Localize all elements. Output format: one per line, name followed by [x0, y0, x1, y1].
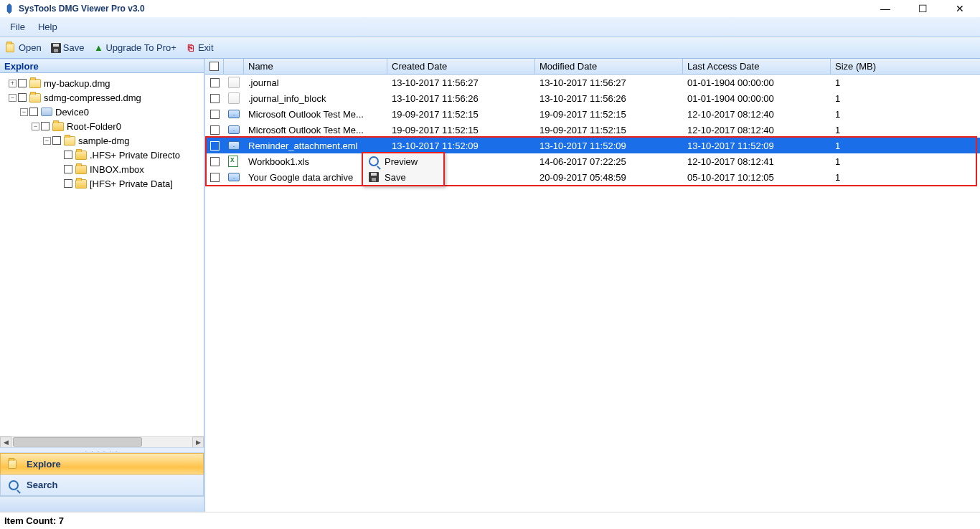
scroll-left-button[interactable]: ◀	[0, 437, 11, 447]
save-icon	[50, 42, 62, 54]
tree-checkbox[interactable]	[64, 165, 72, 173]
tab-search[interactable]: Search	[0, 475, 204, 496]
folder-icon	[64, 136, 75, 146]
row-checkbox[interactable]	[210, 141, 220, 151]
tree-checkbox[interactable]	[64, 151, 72, 159]
splitter[interactable]: · · · · · ·	[0, 447, 204, 453]
upgrade-button[interactable]: ▲ Upgrade To Pro+	[90, 41, 179, 55]
cell-name: Microsoft Outlook Test Me...	[244, 109, 387, 120]
h-scrollbar[interactable]: ◀ ▶	[0, 436, 204, 447]
folder-icon	[75, 165, 87, 174]
cell-created: 19-09-2017 11:52:15	[387, 109, 535, 120]
tree-label: INBOX.mbox	[90, 164, 144, 175]
right-pane: Name Created Date Modified Date Last Acc…	[205, 59, 980, 512]
tree-node[interactable]: −sample-dmg	[3, 133, 204, 148]
cell-size: 1	[831, 125, 980, 135]
table-row[interactable]: Microsoft Outlook Test Me...19-09-2017 1…	[205, 106, 980, 122]
item-count: Item Count: 7	[4, 515, 64, 526]
tab-explore-label: Explore	[27, 459, 61, 470]
tree-node[interactable]: INBOX.mbox	[3, 162, 204, 176]
folder-icon	[29, 93, 41, 103]
folder-icon	[52, 122, 64, 131]
row-checkbox[interactable]	[210, 157, 220, 166]
header-modified[interactable]: Modified Date	[535, 59, 683, 74]
expander-icon[interactable]: −	[32, 123, 39, 130]
exit-icon: ⎘	[185, 42, 197, 54]
window-title: SysTools DMG Viewer Pro v3.0	[19, 4, 145, 14]
device-icon	[41, 108, 52, 116]
cell-modified: 13-10-2017 11:52:09	[535, 140, 683, 151]
menu-file[interactable]: File	[10, 22, 25, 32]
cell-access: 12-10-2017 08:12:40	[683, 125, 831, 135]
header-checkbox-col[interactable]	[205, 59, 224, 74]
folder-icon	[75, 151, 87, 160]
header-size[interactable]: Size (MB)	[831, 59, 980, 74]
tree-checkbox[interactable]	[29, 108, 38, 116]
tree-checkbox[interactable]	[64, 179, 72, 188]
exit-button[interactable]: ⎘ Exit	[182, 41, 217, 55]
cell-size: 1	[831, 156, 980, 167]
menu-help[interactable]: Help	[38, 22, 57, 32]
header-created[interactable]: Created Date	[387, 59, 535, 74]
scroll-thumb[interactable]	[13, 437, 142, 447]
row-checkbox[interactable]	[210, 94, 220, 103]
table-row[interactable]: Your Google data archive05:48:5920-09-20…	[205, 169, 980, 185]
minimize-button[interactable]: —	[875, 3, 895, 14]
row-checkbox[interactable]	[210, 173, 220, 182]
tree-node[interactable]: −Device0	[3, 105, 204, 119]
tree-node[interactable]: [HFS+ Private Data]	[3, 176, 204, 191]
tree-node[interactable]: −sdmg-compressed.dmg	[3, 90, 204, 105]
save-icon	[369, 172, 379, 182]
tree-checkbox[interactable]	[52, 136, 61, 145]
tab-explore[interactable]: Explore	[0, 453, 204, 475]
cell-access: 01-01-1904 00:00:00	[683, 77, 831, 88]
expander-icon[interactable]: +	[9, 80, 17, 87]
document-icon	[228, 77, 240, 88]
row-checkbox[interactable]	[210, 125, 220, 135]
app-icon	[4, 4, 14, 14]
table-row[interactable]: .journal13-10-2017 11:56:2713-10-2017 11…	[205, 75, 980, 90]
tree-checkbox[interactable]	[41, 122, 50, 130]
window-controls: — ☐ ✕	[875, 3, 976, 14]
context-preview[interactable]: Preview	[363, 153, 443, 169]
table-row[interactable]: Workbook1.xls07:22:2514-06-2017 07:22:25…	[205, 153, 980, 169]
expander-icon[interactable]: −	[20, 108, 28, 116]
tree-node[interactable]: .HFS+ Private Directo	[3, 148, 204, 162]
table-row[interactable]: .journal_info_block13-10-2017 11:56:2613…	[205, 90, 980, 106]
close-button[interactable]: ✕	[950, 3, 970, 14]
row-checkbox[interactable]	[210, 78, 220, 87]
toolbar: Open Save ▲ Upgrade To Pro+ ⎘ Exit	[0, 37, 980, 59]
cell-name: Microsoft Outlook Test Me...	[244, 125, 387, 135]
cell-modified: 20-09-2017 05:48:59	[535, 172, 683, 183]
header-name[interactable]: Name	[244, 59, 387, 74]
context-menu: Preview Save	[362, 152, 445, 186]
context-save[interactable]: Save	[363, 169, 443, 185]
mail-icon	[228, 125, 240, 134]
tree-node[interactable]: −Root-Folder0	[3, 119, 204, 133]
tree-label: .HFS+ Private Directo	[90, 150, 180, 161]
open-label: Open	[19, 42, 42, 53]
maximize-button[interactable]: ☐	[913, 3, 933, 14]
save-button[interactable]: Save	[47, 41, 88, 55]
row-checkbox[interactable]	[210, 110, 220, 119]
search-icon	[8, 480, 19, 491]
exit-label: Exit	[198, 42, 214, 53]
explore-header: Explore	[0, 59, 204, 73]
folder-icon	[29, 79, 41, 88]
mail-icon	[228, 141, 240, 150]
tree-node[interactable]: +my-backup.dmg	[3, 76, 204, 90]
expander-icon[interactable]: −	[9, 94, 17, 102]
expander-icon[interactable]: −	[43, 137, 51, 145]
cell-created: 19-09-2017 11:52:15	[387, 125, 535, 135]
tree-checkbox[interactable]	[18, 79, 27, 87]
table-row[interactable]: Microsoft Outlook Test Me...19-09-2017 1…	[205, 122, 980, 138]
cell-size: 1	[831, 109, 980, 120]
table-row[interactable]: Reminder_attachment.eml13-10-2017 11:52:…	[205, 138, 980, 153]
header-access[interactable]: Last Access Date	[683, 59, 831, 74]
tree-checkbox[interactable]	[18, 93, 27, 102]
spreadsheet-icon	[228, 156, 238, 167]
open-button[interactable]: Open	[3, 41, 44, 55]
expander-icon	[55, 151, 62, 159]
scroll-right-button[interactable]: ▶	[192, 437, 204, 447]
tree-label: [HFS+ Private Data]	[90, 178, 173, 189]
